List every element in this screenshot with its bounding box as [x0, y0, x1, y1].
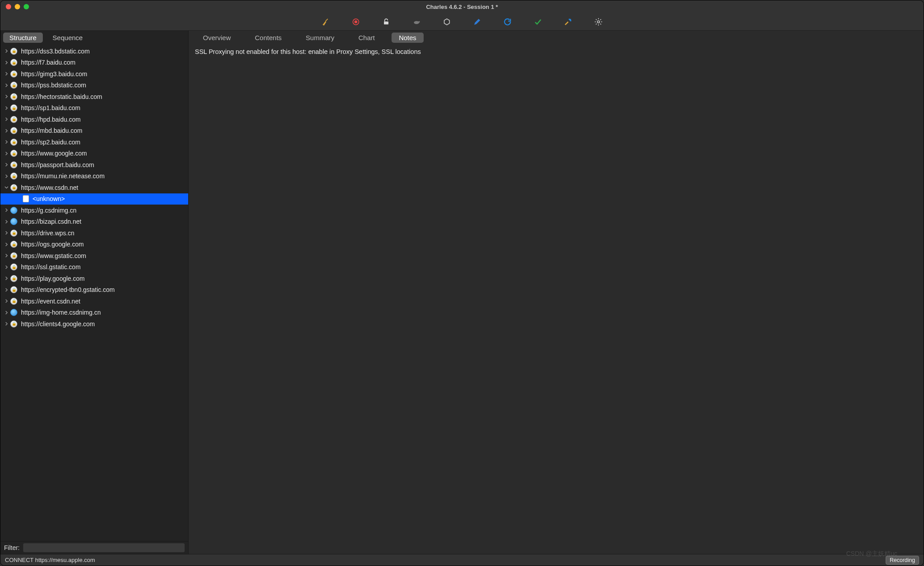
chevron-right-icon[interactable] — [3, 298, 9, 304]
tree-host[interactable]: https://bizapi.csdn.net — [0, 216, 188, 228]
sidebar-tab-structure[interactable]: Structure — [3, 33, 43, 43]
lock-icon — [10, 298, 17, 305]
chevron-right-icon[interactable] — [3, 116, 9, 123]
detail-tab-summary[interactable]: Summary — [299, 33, 342, 43]
chevron-right-icon[interactable] — [3, 71, 9, 77]
tree-host[interactable]: https://dss3.bdstatic.com — [0, 45, 188, 57]
tree-host[interactable]: https://ogs.google.com — [0, 239, 188, 250]
detail-tab-overview[interactable]: Overview — [196, 33, 238, 43]
chevron-right-icon[interactable] — [3, 94, 9, 100]
tree-item-label: https://event.csdn.net — [21, 298, 80, 305]
tree-host[interactable]: https://mumu.nie.netease.com — [0, 171, 188, 182]
tree-item-label: https://sp2.baidu.com — [21, 139, 80, 146]
validate-icon[interactable] — [532, 16, 543, 27]
tree-item-label: https://mumu.nie.netease.com — [21, 172, 105, 180]
tree-host[interactable]: https://event.csdn.net — [0, 295, 188, 307]
tree-item-label: https://www.google.com — [21, 150, 87, 157]
chevron-right-icon[interactable] — [3, 48, 9, 54]
breakpoints-icon[interactable] — [441, 16, 452, 27]
lock-icon — [10, 161, 17, 168]
chevron-right-icon[interactable] — [3, 150, 9, 156]
tree-host[interactable]: https://www.csdn.net — [0, 182, 188, 193]
broom-icon[interactable] — [320, 16, 331, 27]
svg-point-6 — [569, 19, 571, 20]
tree-host[interactable]: https://hpd.baidu.com — [0, 114, 188, 125]
chevron-right-icon[interactable] — [3, 321, 9, 327]
tree-host[interactable]: https://pss.bdstatic.com — [0, 80, 188, 91]
chevron-right-icon[interactable] — [3, 287, 9, 293]
chevron-right-icon[interactable] — [3, 127, 9, 134]
chevron-right-icon[interactable] — [3, 139, 9, 145]
filter-label: Filter: — [4, 544, 20, 551]
svg-point-3 — [414, 21, 419, 24]
lock-icon[interactable] — [381, 16, 392, 27]
tree-host[interactable]: https://g.csdnimg.cn — [0, 205, 188, 216]
sidebar-tabbar: StructureSequence — [0, 31, 188, 45]
svg-point-1 — [355, 20, 358, 23]
recording-badge[interactable]: Recording — [886, 556, 919, 565]
notes-body[interactable]: SSL Proxying not enabled for this host: … — [189, 45, 924, 554]
chevron-right-icon[interactable] — [3, 162, 9, 168]
detail-tab-notes[interactable]: Notes — [392, 33, 423, 43]
lock-icon — [10, 150, 17, 157]
record-icon[interactable] — [351, 16, 361, 27]
filter-input[interactable] — [23, 543, 185, 552]
filter-bar: Filter: — [0, 541, 188, 554]
settings-icon[interactable] — [593, 16, 604, 27]
tree-host[interactable]: https://ssl.gstatic.com — [0, 262, 188, 273]
chevron-right-icon[interactable] — [3, 275, 9, 282]
lock-icon — [10, 320, 17, 328]
host-tree[interactable]: https://dss3.bdstatic.comhttps://f7.baid… — [0, 45, 188, 541]
chevron-right-icon[interactable] — [3, 230, 9, 236]
tree-host[interactable]: https://clients4.google.com — [0, 318, 188, 330]
tree-host[interactable]: https://www.google.com — [0, 148, 188, 160]
chevron-right-icon[interactable] — [3, 218, 9, 225]
tree-host[interactable]: https://play.google.com — [0, 273, 188, 284]
chevron-right-icon[interactable] — [3, 253, 9, 259]
tree-item-label: https://passport.baidu.com — [21, 161, 94, 168]
tree-item-label: https://clients4.google.com — [21, 320, 95, 328]
maximize-button[interactable] — [24, 4, 29, 9]
tree-host[interactable]: https://hectorstatic.baidu.com — [0, 91, 188, 103]
repeat-icon[interactable] — [502, 16, 513, 27]
chevron-right-icon[interactable] — [3, 82, 9, 88]
tree-host[interactable]: https://img-home.csdnimg.cn — [0, 307, 188, 319]
tree-leaf[interactable]: <unknown> — [0, 193, 188, 205]
tree-item-label: https://drive.wps.cn — [21, 230, 74, 237]
sidebar-tab-sequence[interactable]: Sequence — [46, 33, 89, 43]
tree-host[interactable]: https://sp1.baidu.com — [0, 103, 188, 114]
tree-host[interactable]: https://drive.wps.cn — [0, 227, 188, 239]
chevron-right-icon[interactable] — [3, 309, 9, 316]
tree-host[interactable]: https://mbd.baidu.com — [0, 125, 188, 137]
tree-host[interactable]: https://f7.baidu.com — [0, 57, 188, 69]
chevron-right-icon[interactable] — [3, 241, 9, 247]
close-button[interactable] — [6, 4, 11, 9]
sidebar: StructureSequence https://dss3.bdstatic.… — [0, 31, 189, 554]
lock-icon — [10, 82, 17, 89]
tree-host[interactable]: https://passport.baidu.com — [0, 159, 188, 171]
chevron-down-icon[interactable] — [3, 185, 9, 191]
tools-icon[interactable] — [563, 16, 573, 27]
compose-icon[interactable] — [472, 16, 483, 27]
detail-tab-chart[interactable]: Chart — [351, 33, 382, 43]
status-left: CONNECT https://mesu.apple.com — [5, 557, 95, 563]
lock-icon — [10, 127, 17, 134]
tree-host[interactable]: https://sp2.baidu.com — [0, 136, 188, 148]
globe-icon — [10, 309, 17, 316]
tree-host[interactable]: https://www.gstatic.com — [0, 250, 188, 262]
svg-point-4 — [418, 21, 420, 22]
chevron-right-icon[interactable] — [3, 105, 9, 111]
detail-tab-contents[interactable]: Contents — [248, 33, 289, 43]
tree-host[interactable]: https://encrypted-tbn0.gstatic.com — [0, 284, 188, 296]
svg-point-7 — [598, 21, 600, 23]
chevron-right-icon[interactable] — [3, 173, 9, 179]
chevron-right-icon[interactable] — [3, 59, 9, 66]
lock-icon — [10, 252, 17, 259]
chevron-right-icon[interactable] — [3, 207, 9, 213]
tree-item-label: https://ssl.gstatic.com — [21, 263, 81, 271]
turtle-icon[interactable] — [411, 16, 422, 27]
chevron-right-icon[interactable] — [3, 264, 9, 270]
svg-rect-2 — [384, 21, 388, 25]
tree-host[interactable]: https://gimg3.baidu.com — [0, 68, 188, 80]
minimize-button[interactable] — [15, 4, 20, 9]
